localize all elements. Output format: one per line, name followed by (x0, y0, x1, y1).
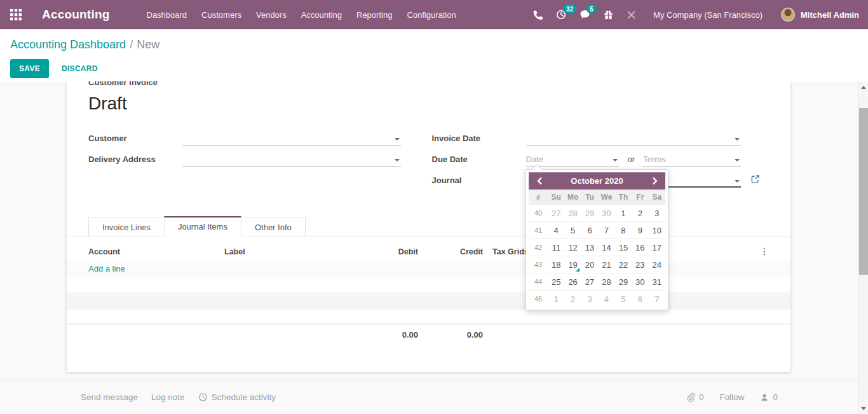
activities-button[interactable]: 32 (556, 10, 566, 20)
datepicker-day[interactable]: 6 (581, 222, 598, 239)
column-header-account[interactable]: Account (88, 247, 224, 256)
tab-invoice-lines[interactable]: Invoice Lines (88, 217, 165, 237)
tab-journal-items[interactable]: Journal Items (164, 216, 241, 237)
datepicker-day[interactable]: 3 (649, 205, 665, 222)
datepicker-day[interactable]: 11 (548, 239, 564, 256)
scroll-down-button[interactable] (859, 404, 868, 413)
top-menu-accounting[interactable]: Accounting (301, 8, 342, 22)
invoice-date-input[interactable] (526, 132, 742, 146)
datepicker-day[interactable]: 5 (615, 291, 632, 308)
payment-terms-widget (643, 153, 741, 167)
delivery-address-input[interactable] (182, 153, 401, 167)
datepicker-day[interactable]: 23 (632, 256, 648, 273)
datepicker-day[interactable]: 8 (615, 222, 632, 239)
invoice-form-sheet: Customer Invoice Draft Customer Delivery… (67, 81, 790, 372)
datepicker-week-row: 4425262728293031 (529, 273, 665, 290)
scroll-up-button[interactable] (859, 83, 868, 92)
top-menu-customers[interactable]: Customers (201, 8, 242, 22)
notebook-tabs: Invoice LinesJournal ItemsOther Info (67, 216, 790, 237)
payment-terms-input[interactable] (643, 153, 741, 167)
datepicker-day[interactable]: 13 (581, 239, 598, 256)
scrollbar-thumb[interactable] (859, 108, 868, 275)
follow-button[interactable]: Follow (719, 392, 744, 402)
messages-button[interactable]: 5 (580, 10, 590, 20)
attachments-button[interactable]: 0 (686, 392, 704, 402)
add-a-line-link[interactable]: Add a line (88, 264, 125, 273)
datepicker-day[interactable]: 29 (615, 273, 632, 291)
datepicker-day[interactable]: 2 (632, 205, 648, 222)
datepicker-day[interactable]: 28 (564, 205, 581, 222)
apps-grid-icon (10, 9, 22, 20)
company-switcher[interactable]: My Company (San Francisco) (653, 10, 763, 20)
datepicker-day[interactable]: 3 (581, 291, 598, 308)
referral-button[interactable] (604, 10, 613, 20)
datepicker-day[interactable]: 30 (598, 205, 614, 222)
tab-other-info[interactable]: Other Info (241, 217, 306, 237)
datepicker-day[interactable]: 7 (649, 291, 665, 308)
journal-label: Journal (432, 176, 526, 188)
app-title[interactable]: Accounting (42, 8, 110, 22)
datepicker-day[interactable]: 22 (615, 256, 632, 273)
send-message-button[interactable]: Send message (81, 392, 138, 402)
datepicker-day[interactable]: 17 (649, 239, 665, 256)
datepicker-day[interactable]: 25 (548, 273, 564, 291)
optional-columns-icon[interactable]: ⋮ (760, 247, 769, 256)
datepicker-day[interactable]: 16 (632, 239, 648, 256)
datepicker-day[interactable]: 9 (632, 222, 648, 239)
datepicker-day[interactable]: 29 (581, 205, 598, 222)
week-number: 40 (529, 209, 548, 217)
breadcrumb-separator: / (130, 38, 133, 51)
datepicker-day[interactable]: 1 (615, 205, 632, 222)
followers-button[interactable]: 0 (760, 392, 778, 402)
datepicker-dayheader: #SuMoTuWeThFrSa (529, 190, 665, 204)
top-menu-reporting[interactable]: Reporting (356, 8, 393, 22)
breadcrumb-parent-link[interactable]: Accounting Dashboard (10, 38, 126, 51)
datepicker-day[interactable]: 21 (598, 256, 614, 273)
datepicker-day[interactable]: 31 (649, 273, 665, 291)
datepicker-day[interactable]: 1 (548, 291, 564, 308)
user-menu[interactable]: Mitchell Admin (781, 8, 859, 22)
datepicker-day[interactable]: 7 (598, 222, 614, 239)
datepicker-day[interactable]: 28 (598, 273, 614, 291)
datepicker-day[interactable]: 20 (581, 256, 598, 273)
datepicker-day[interactable]: 5 (564, 222, 581, 239)
datepicker-month-title[interactable]: October 2020 (550, 176, 644, 186)
datepicker-day-today[interactable]: 19 (564, 256, 581, 273)
datepicker-day[interactable]: 15 (615, 239, 632, 256)
journal-open-record-button[interactable] (750, 174, 760, 186)
datepicker-day[interactable]: 30 (632, 273, 648, 291)
datepicker-day[interactable]: 18 (548, 256, 564, 273)
scroll-down-icon (861, 407, 866, 410)
datepicker-day[interactable]: 27 (548, 205, 564, 222)
top-menu-configuration[interactable]: Configuration (406, 8, 456, 22)
datepicker-day[interactable]: 10 (649, 222, 665, 239)
column-header-debit[interactable]: Debit (351, 247, 418, 256)
schedule-activity-button[interactable]: Schedule activity (198, 392, 276, 402)
apps-menu-button[interactable] (0, 0, 32, 29)
datepicker-next-button[interactable] (644, 172, 665, 190)
column-header-label[interactable]: Label (224, 247, 351, 256)
datepicker-day[interactable]: 14 (598, 239, 614, 256)
top-menu-vendors[interactable]: Vendors (255, 8, 287, 22)
customer-input[interactable] (182, 132, 401, 146)
top-menu-dashboard[interactable]: Dashboard (146, 8, 188, 22)
voip-phone-button[interactable] (533, 10, 543, 20)
vertical-scrollbar[interactable] (858, 81, 868, 414)
datepicker-day[interactable]: 12 (564, 239, 581, 256)
discard-button[interactable]: DISCARD (58, 59, 102, 78)
user-avatar (781, 8, 795, 22)
datepicker-day[interactable]: 4 (548, 222, 564, 239)
datepicker-day[interactable]: 4 (598, 291, 614, 308)
datepicker-day[interactable]: 26 (564, 273, 581, 291)
column-header-credit[interactable]: Credit (418, 247, 483, 256)
datepicker-prev-button[interactable] (529, 172, 550, 190)
save-button[interactable]: SAVE (10, 59, 49, 78)
datepicker-day[interactable]: 24 (649, 256, 665, 273)
log-note-button[interactable]: Log note (151, 392, 185, 402)
datepicker-day[interactable]: 27 (581, 273, 598, 291)
invoice-date-widget (526, 132, 742, 146)
datepicker-day[interactable]: 2 (564, 291, 581, 308)
week-number: 44 (529, 278, 548, 286)
datepicker-day[interactable]: 6 (632, 291, 648, 308)
tools-button[interactable] (627, 10, 636, 20)
